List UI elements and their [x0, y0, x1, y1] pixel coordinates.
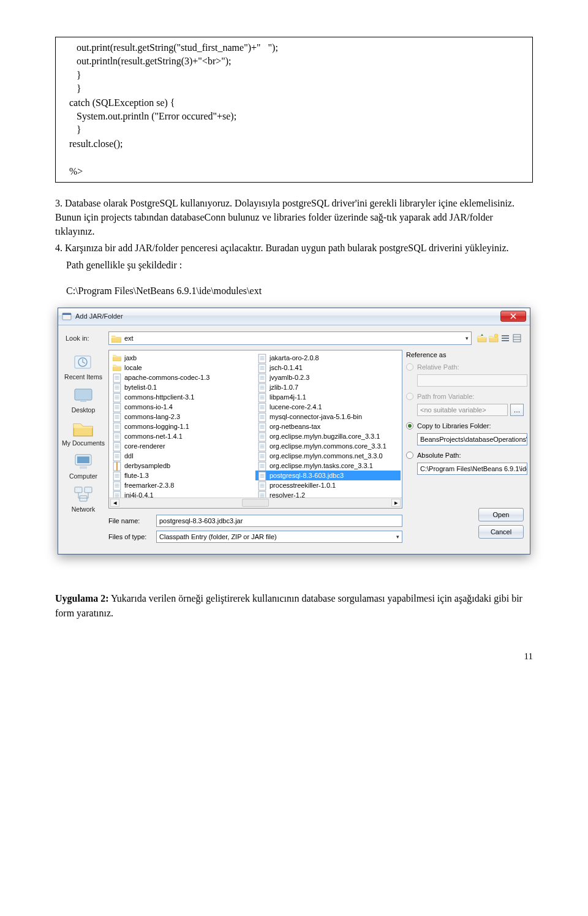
file-item[interactable]: org.eclipse.mylyn.commons.core_3.3.1 — [255, 441, 401, 451]
file-name: lucene-core-2.4.1 — [270, 403, 322, 411]
browse-variable-button[interactable]: … — [510, 404, 524, 416]
file-item[interactable]: jsch-0.1.41 — [255, 363, 401, 373]
open-button[interactable]: Open — [478, 508, 524, 521]
file-item[interactable]: commons-lang-2.3 — [110, 412, 255, 422]
folder-icon — [113, 354, 121, 362]
place-mydocs[interactable]: My Documents — [61, 418, 105, 447]
file-icon — [113, 481, 121, 490]
file-item[interactable]: org.eclipse.mylyn.bugzilla.core_3.3.1 — [255, 431, 401, 441]
up-folder-icon[interactable] — [477, 333, 488, 344]
file-item[interactable]: org.eclipse.mylyn.tasks.core_3.3.1 — [255, 461, 401, 471]
radio-icon — [406, 393, 413, 400]
scroll-right-icon[interactable]: ▸ — [391, 499, 401, 507]
scroll-left-icon[interactable]: ◂ — [110, 499, 119, 507]
file-item[interactable]: libpam4j-1.1 — [255, 392, 401, 402]
file-name: jakarta-oro-2.0.8 — [270, 354, 319, 361]
file-icon — [113, 422, 121, 431]
file-item[interactable]: resolver-1.2 — [255, 490, 401, 498]
file-item[interactable]: mysql-connector-java-5.1.6-bin — [255, 412, 401, 422]
file-item[interactable]: commons-net-1.4.1 — [110, 431, 255, 441]
file-item[interactable]: locale — [110, 363, 255, 373]
filetype-select[interactable]: Classpath Entry (folder, ZIP or JAR file… — [156, 531, 402, 543]
variable-select: <no suitable variable> — [417, 404, 508, 416]
file-item[interactable]: jaxb — [110, 353, 255, 363]
svg-rect-23 — [85, 487, 92, 493]
path-value: C:\Program Files\NetBeans 6.9.1\ide\modu… — [66, 286, 533, 297]
dialog-titlebar[interactable]: Add JAR/Folder — [58, 308, 530, 325]
radio-icon — [406, 452, 413, 459]
file-icon — [113, 491, 121, 498]
file-name: libpam4j-1.1 — [270, 393, 306, 401]
svg-rect-18 — [80, 400, 86, 402]
file-name: flute-1.3 — [124, 472, 149, 479]
list-view-icon[interactable] — [500, 333, 511, 344]
file-name: freemarker-2.3.8 — [124, 482, 174, 489]
radio-copy-to-libraries[interactable]: Copy to Libraries Folder: — [406, 422, 524, 430]
file-icon — [113, 442, 121, 450]
file-name: jsch-0.1.41 — [270, 364, 303, 371]
file-item[interactable]: jzlib-1.0.7 — [255, 382, 401, 392]
horizontal-scrollbar[interactable]: ◂ ▸ — [109, 498, 402, 508]
reference-as-label: Reference as — [406, 351, 524, 358]
file-icon — [258, 481, 266, 490]
file-item[interactable]: bytelist-0.1 — [110, 382, 255, 392]
radio-absolute-path[interactable]: Absolute Path: — [406, 452, 524, 459]
cancel-button[interactable]: Cancel — [478, 525, 524, 539]
file-icon — [258, 432, 266, 441]
app-icon — [62, 311, 72, 321]
file-item[interactable]: freemarker-2.3.8 — [110, 480, 255, 490]
file-item[interactable]: apache-commons-codec-1.3 — [110, 373, 255, 382]
file-icon — [258, 373, 266, 382]
file-name: commons-logging-1.1 — [124, 423, 189, 430]
file-name: jzlib-1.0.7 — [270, 384, 298, 391]
radio-relative-path[interactable]: Relative Path: — [406, 363, 524, 371]
place-desktop[interactable]: Desktop — [61, 385, 105, 414]
lookin-label: Look in: — [66, 335, 108, 342]
svg-rect-22 — [75, 487, 82, 493]
place-computer[interactable]: Computer — [61, 452, 105, 480]
file-icon — [258, 383, 266, 392]
file-item[interactable]: org.eclipse.mylyn.commons.net_3.3.0 — [255, 451, 401, 461]
absolute-path-input[interactable]: C:\Program Files\NetBeans 6.9.1\ide\m — [417, 463, 527, 475]
file-item[interactable]: lucene-core-2.4.1 — [255, 402, 401, 412]
file-list[interactable]: jaxblocaleapache-commons-codec-1.3byteli… — [109, 350, 402, 498]
place-network[interactable]: Network — [61, 485, 105, 513]
file-item[interactable]: jakarta-oro-2.0.8 — [255, 353, 401, 363]
file-name: org.eclipse.mylyn.bugzilla.core_3.3.1 — [270, 433, 380, 440]
file-name: ddl — [124, 452, 134, 460]
scroll-thumb[interactable] — [242, 499, 269, 507]
file-icon — [258, 363, 266, 372]
file-item[interactable]: jvyamlb-0.2.3 — [255, 373, 401, 382]
place-recent[interactable]: Recent Items — [61, 352, 105, 380]
new-folder-icon[interactable] — [488, 333, 499, 344]
file-name: org-netbeans-tax — [270, 423, 320, 430]
file-item[interactable]: commons-io-1.4 — [110, 402, 255, 412]
file-item[interactable]: ini4j-0.4.1 — [110, 490, 255, 498]
file-icon — [113, 471, 121, 480]
svg-rect-20 — [77, 456, 89, 463]
file-item[interactable]: flute-1.3 — [110, 471, 255, 480]
file-name: apache-commons-codec-1.3 — [124, 374, 209, 381]
details-view-icon[interactable] — [511, 333, 522, 344]
radio-path-from-variable[interactable]: Path from Variable: — [406, 393, 524, 400]
places-bar: Recent Items Desktop My Documents Comput… — [58, 350, 108, 554]
file-name: core-renderer — [124, 442, 165, 450]
uygulama-text: Yukarıda verilen örneği geliştirerek kul… — [55, 593, 522, 618]
file-icon — [113, 393, 121, 401]
file-item[interactable]: processtreekiller-1.0.1 — [255, 480, 401, 490]
filename-input[interactable]: postgresql-8.3-603.jdbc3.jar — [156, 515, 402, 527]
file-icon — [258, 412, 266, 421]
file-item[interactable]: commons-logging-1.1 — [110, 422, 255, 431]
file-item[interactable]: ddl — [110, 451, 255, 461]
folder-icon — [111, 334, 121, 343]
lookin-select[interactable]: ext ▾ — [108, 331, 472, 345]
close-button[interactable] — [500, 311, 526, 322]
file-name: locale — [124, 364, 142, 371]
file-name: commons-net-1.4.1 — [124, 433, 183, 440]
file-item[interactable]: postgresql-8.3-603.jdbc3 — [255, 471, 401, 480]
file-item[interactable]: org-netbeans-tax — [255, 422, 401, 431]
file-item[interactable]: derbysampledb — [110, 461, 255, 471]
copy-to-libraries-input[interactable]: BeansProjects\databaseOperations\lib — [417, 433, 527, 445]
file-item[interactable]: commons-httpclient-3.1 — [110, 392, 255, 402]
file-item[interactable]: core-renderer — [110, 441, 255, 451]
